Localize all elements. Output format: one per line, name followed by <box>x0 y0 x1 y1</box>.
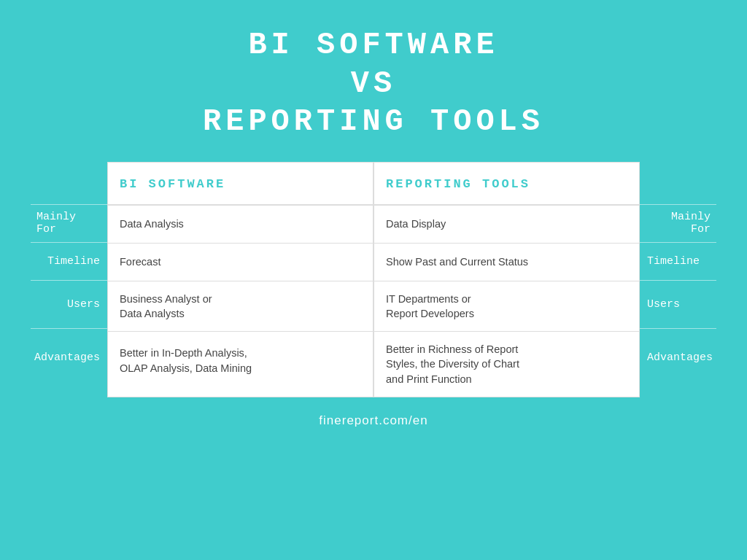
left-labels: Mainly For Timeline Users Advantages <box>31 162 107 397</box>
reporting-users-row: IT Departments or Report Developers <box>374 281 639 332</box>
bi-software-header: BI SOFTWARE <box>108 163 373 205</box>
reporting-tools-header: REPORTING TOOLS <box>374 163 639 205</box>
right-label-header-spacer <box>640 162 716 204</box>
reporting-tools-table: REPORTING TOOLS Data Display Show Past a… <box>374 162 640 397</box>
title-line1: BI SOFTWARE <box>15 26 732 65</box>
bi-users-row: Business Analyst or Data Analysts <box>108 281 373 332</box>
left-label-advantages: Advantages <box>31 328 107 386</box>
reporting-mainly-for-row: Data Display <box>374 205 639 243</box>
right-label-users: Users <box>640 280 716 328</box>
bi-advantages-row: Better in In-Depth Analysis, OLAP Analys… <box>108 331 373 389</box>
left-label-timeline: Timeline <box>31 242 107 280</box>
title-line3: REPORTING TOOLS <box>15 103 732 141</box>
left-label-mainly-for: Mainly For <box>31 204 107 242</box>
left-label-users: Users <box>31 280 107 328</box>
right-label-advantages: Advantages <box>640 328 716 386</box>
title-section: BI SOFTWARE VS REPORTING TOOLS <box>0 0 747 162</box>
bi-software-table: BI SOFTWARE Data Analysis Forecast Busin… <box>107 162 374 397</box>
right-labels: Mainly For Timeline Users Advantages <box>640 162 716 397</box>
bi-timeline-row: Forecast <box>108 243 373 281</box>
right-label-timeline: Timeline <box>640 242 716 280</box>
reporting-timeline-row: Show Past and Current Status <box>374 243 639 281</box>
bi-mainly-for-row: Data Analysis <box>108 205 373 243</box>
reporting-advantages-row: Better in Richness of Report Styles, the… <box>374 331 639 397</box>
title-line2: VS <box>15 65 732 104</box>
comparison-wrapper: Mainly For Timeline Users Advantages BI … <box>31 162 716 397</box>
tables-section: BI SOFTWARE Data Analysis Forecast Busin… <box>107 162 640 397</box>
right-label-mainly-for: Mainly For <box>640 204 716 242</box>
footer: finereport.com/en <box>319 413 427 428</box>
left-label-header-spacer <box>31 162 107 204</box>
